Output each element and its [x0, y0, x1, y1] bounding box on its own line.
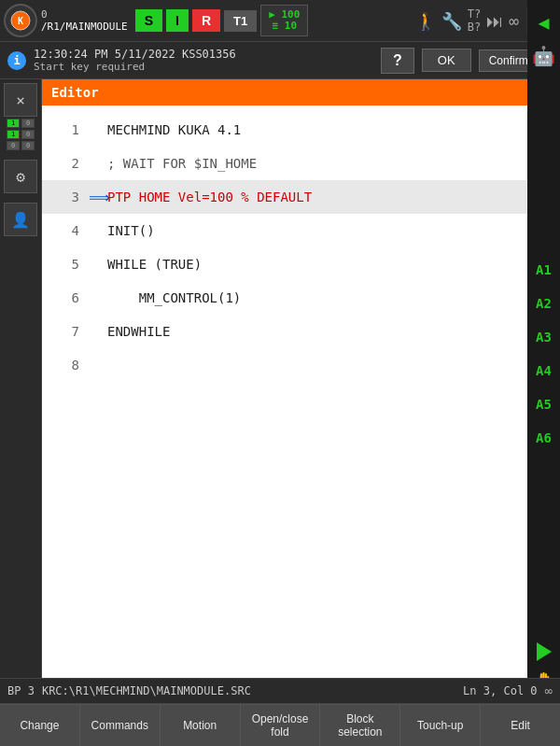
sidebar-indicators: 1 0 1 0 0 0	[7, 119, 35, 150]
bottom-status-bar: BP 3 KRC:\R1\MECHMIND\MAINMODULE.SRC Ln …	[0, 678, 560, 704]
commands-button[interactable]: Commands	[80, 705, 161, 746]
editor-content[interactable]: 1 MECHMIND KUKA 4.1 2 ; WAIT FOR $IN_HOM…	[42, 106, 527, 696]
ind-5: 0	[7, 141, 20, 150]
status-sub: Start key required	[34, 61, 373, 73]
right-label-a4[interactable]: A4	[534, 356, 553, 386]
infinity-icon[interactable]: ∞	[509, 11, 519, 31]
right-label-a1[interactable]: A1	[534, 255, 553, 285]
svg-text:K: K	[18, 16, 23, 26]
ind-3: 1	[7, 130, 20, 139]
ind-1: 1	[7, 119, 20, 128]
ind-6: 0	[21, 141, 35, 150]
logo: K	[4, 4, 37, 37]
btn-s[interactable]: S	[135, 9, 162, 32]
line-code-7: ENDWHILE	[107, 324, 170, 339]
sidebar-btn-2[interactable]: ⚙	[4, 160, 37, 193]
editor-title: Editor	[51, 85, 99, 100]
right-sidebar-robot-icon[interactable]: 🤖	[532, 45, 555, 67]
ind-2: 0	[21, 119, 35, 128]
status-bar: i 12:30:24 PM 5/11/2022 KSS01356 Start k…	[0, 42, 560, 79]
line-num-8: 8	[42, 358, 89, 373]
line-arrow-3: ⟹	[89, 189, 107, 206]
right-label-a5[interactable]: A5	[534, 389, 553, 419]
motion-button[interactable]: Motion	[161, 705, 241, 746]
code-line-4: 4 INIT()	[42, 214, 527, 247]
editor-header: Editor	[42, 79, 527, 106]
line-code-4: INIT()	[107, 223, 155, 238]
right-label-a3[interactable]: A3	[534, 322, 553, 352]
walk-icon[interactable]: 🚶	[415, 11, 436, 31]
skip-icon[interactable]: ⏭	[486, 11, 503, 31]
right-sidebar-arrow-icon[interactable]: ◀	[534, 7, 553, 37]
question-button[interactable]: ?	[381, 48, 414, 74]
line-code-2: ; WAIT FOR $IN_HOME	[107, 156, 257, 171]
run-button[interactable]: ▶ 100 ≡ 10	[260, 5, 308, 36]
right-label-a6[interactable]: A6	[534, 423, 553, 453]
code-line-6: 6 MM_CONTROL(1)	[42, 281, 527, 315]
t2-icon[interactable]: T?B?	[468, 7, 481, 34]
ok-button[interactable]: OK	[422, 49, 471, 72]
btn-i[interactable]: I	[166, 9, 189, 32]
code-line-3: 3 ⟹ PTP HOME Vel=100 % DEFAULT	[42, 180, 527, 214]
ind-4: 0	[21, 130, 35, 139]
module-path: /R1/MAINMODULE	[41, 21, 128, 33]
bottom-toolbar: Change Commands Motion Open/closefold Bl…	[0, 704, 560, 746]
sidebar-btn-3[interactable]: 👤	[4, 203, 37, 236]
link-icon: ∞	[545, 683, 553, 698]
line-num-6: 6	[42, 290, 89, 305]
editor-container: Editor 1 MECHMIND KUKA 4.1 2 ; WAIT FOR …	[42, 79, 527, 696]
path-info: 0 /R1/MAINMODULE	[41, 8, 128, 33]
sidebar-btn-1[interactable]: ×	[4, 83, 37, 117]
file-path: KRC:\R1\MECHMIND\MAINMODULE.SRC	[42, 684, 455, 697]
play-button[interactable]	[537, 642, 552, 661]
line-num-1: 1	[42, 122, 89, 137]
cursor-position: Ln 3, Col 0	[463, 684, 537, 697]
right-label-a2[interactable]: A2	[534, 289, 553, 318]
edit-button[interactable]: Edit	[481, 705, 560, 746]
top-bar: K 0 /R1/MAINMODULE S I R T1 ▶ 100 ≡ 10 🚶…	[0, 0, 560, 42]
line-num-3: 3	[42, 190, 89, 204]
code-line-5: 5 WHILE (TRUE)	[42, 247, 527, 281]
tool-icon[interactable]: 🔧	[441, 11, 462, 31]
block-selection-button[interactable]: Blockselection	[320, 705, 400, 746]
code-line-8: 8	[42, 348, 527, 382]
line-num-5: 5	[42, 257, 89, 272]
right-sidebar: ◀ 🤖 A1 A2 A3 A4 A5 A6 🤚	[527, 0, 560, 700]
status-time: 12:30:24 PM 5/11/2022 KSS01356	[34, 48, 373, 61]
code-line-7: 7 ENDWHILE	[42, 315, 527, 348]
line-num-7: 7	[42, 324, 89, 339]
line-code-1: MECHMIND KUKA 4.1	[107, 122, 241, 137]
line-num-2: 2	[42, 156, 89, 171]
open-close-fold-button[interactable]: Open/closefold	[241, 705, 321, 746]
counter: 0	[41, 8, 128, 21]
line-code-3: PTP HOME Vel=100 % DEFAULT	[107, 190, 312, 204]
line-code-5: WHILE (TRUE)	[107, 257, 202, 272]
status-info: 12:30:24 PM 5/11/2022 KSS01356 Start key…	[34, 48, 373, 73]
left-sidebar: × 1 0 1 0 0 0 ⚙ 👤	[0, 79, 42, 696]
bp-indicator: BP 3	[7, 684, 35, 697]
btn-r[interactable]: R	[192, 9, 220, 32]
line-code-6: MM_CONTROL(1)	[107, 290, 241, 305]
code-line-2: 2 ; WAIT FOR $IN_HOME	[42, 147, 527, 180]
code-line-1: 1 MECHMIND KUKA 4.1	[42, 113, 527, 147]
btn-t1[interactable]: T1	[224, 10, 257, 32]
top-icons: 🚶 🔧 T?B? ⏭ ∞	[415, 7, 519, 34]
change-button[interactable]: Change	[0, 705, 80, 746]
info-icon: i	[7, 51, 26, 70]
line-num-4: 4	[42, 223, 89, 238]
touch-up-button[interactable]: Touch-up	[400, 705, 481, 746]
